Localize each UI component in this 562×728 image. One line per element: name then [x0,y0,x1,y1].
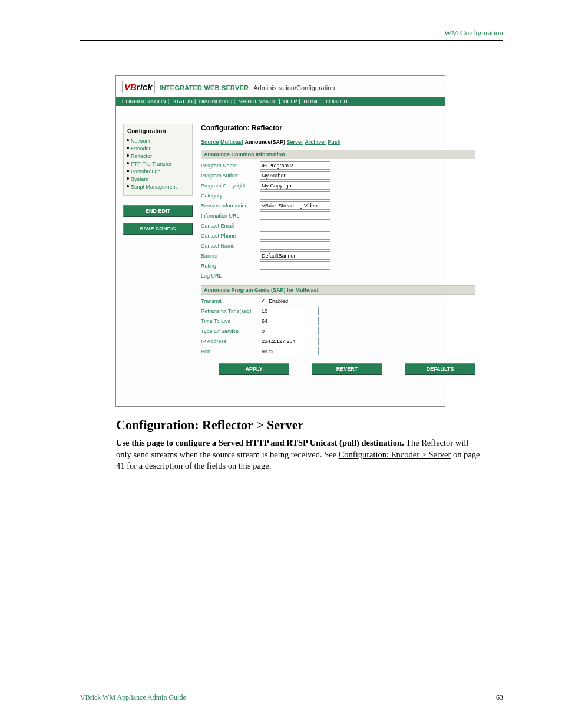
screenshot-header: VBrick INTEGRATED WEB SERVER Administrat… [116,76,445,97]
para-link[interactable]: Configuration: Encoder > Server [339,450,451,459]
integrated-web-server-label: INTEGRATED WEB SERVER [160,84,249,91]
sidebar-item-system[interactable]: System [127,175,189,183]
nav-status[interactable]: STATUS [173,98,193,104]
header-rule [80,40,503,41]
sidebar-item-encoder[interactable]: Encoder [127,144,189,152]
input-ip-address[interactable] [260,337,319,345]
sidebar-item-network[interactable]: Network [127,137,189,144]
main-title: Configuration: Reflector [201,124,475,132]
label-ttl: Time To Live [201,318,260,324]
label-session-info: Session Information [201,203,260,209]
input-info-url[interactable] [260,211,330,220]
apply-button[interactable]: APPLY [219,363,289,375]
input-tos[interactable] [260,327,319,335]
vbrick-logo: VBrick [122,81,155,93]
label-retransmit-time: Retransmit Time(sec) [201,308,260,314]
section-announce-program-guide: Announce Program Guide (SAP) for Multica… [201,285,475,295]
input-category[interactable] [260,191,330,200]
label-log-url: Log URL [201,273,260,279]
label-program-author: Program Author [201,173,260,179]
tab-archiver[interactable]: Archiver [305,139,326,145]
footer-left: VBrick WM Appliance Admin Guide [80,693,186,702]
nav-diagnostic[interactable]: DIAGNOSTIC [199,98,232,104]
label-category: Category [201,193,260,199]
tab-multicast[interactable]: Multicast [220,139,243,145]
label-transmit: Transmit [201,298,260,304]
tab-announce-sap[interactable]: Announce(SAP) [245,139,286,145]
section-heading: Configuration: Reflector > Server [116,417,303,433]
revert-button[interactable]: REVERT [312,363,382,375]
tab-server[interactable]: Server [287,139,303,145]
nav-help[interactable]: HELP [283,98,297,104]
admin-config-label: Administration/Configuration [253,84,335,91]
label-contact-name: Contact Name [201,243,260,249]
main-panel: Configuration: Reflector Source Multicas… [201,124,475,375]
label-enabled: Enabled [269,298,288,304]
section-announce-common: Announce Common Information [201,150,475,159]
sidebar-item-reflector[interactable]: Reflector [127,152,189,160]
label-tos: Type Of Service [201,328,260,334]
sidebar-item-passthrough[interactable]: Passthrough [127,167,189,175]
body-paragraph: Use this page to configure a Served HTTP… [116,437,481,472]
input-rating[interactable] [260,261,330,270]
save-config-button[interactable]: SAVE CONFIG [123,223,193,235]
label-program-name: Program Name [201,163,260,169]
input-contact-name[interactable] [260,241,330,250]
nav-logout[interactable]: LOGOUT [326,98,348,104]
checkbox-transmit-enabled[interactable]: ✓ [260,298,266,304]
nav-home[interactable]: HOME [303,98,319,104]
input-program-author[interactable] [260,171,330,180]
label-rating: Rating [201,263,260,269]
label-banner: Banner [201,253,260,259]
defaults-button[interactable]: DEFAULTS [405,363,475,375]
embedded-screenshot: VBrick INTEGRATED WEB SERVER Administrat… [115,75,445,407]
sidebar-panel: Configuration Network Encoder Reflector … [123,124,193,196]
input-ttl[interactable] [260,317,319,325]
sidebar-item-script[interactable]: Script Management [127,183,189,190]
label-info-url: Information URL [201,213,260,219]
input-contact-phone[interactable] [260,231,330,240]
input-port[interactable] [260,347,319,355]
end-edit-button[interactable]: END EDIT [123,205,193,217]
sidebar: Configuration Network Encoder Reflector … [123,124,193,375]
page-header-right: WM Configuration [444,28,503,38]
label-contact-email: Contact Email [201,223,260,229]
label-port: Port [201,348,260,354]
tab-source[interactable]: Source [201,139,219,145]
label-contact-phone: Contact Phone [201,233,260,239]
top-nav: CONFIGURATION| STATUS| DIAGNOSTIC| MAINT… [116,97,445,106]
sub-nav: Source Multicast Announce(SAP) Server Ar… [201,139,475,145]
para-bold: Use this page to configure a Served HTTP… [116,438,404,447]
sidebar-title: Configuration [127,127,189,137]
nav-maintenance[interactable]: MAINTENANCE [239,98,277,104]
footer-page-number: 63 [496,693,503,702]
input-banner[interactable] [260,251,330,260]
input-retransmit-time[interactable] [260,307,319,315]
label-program-copyright: Program Copyright [201,183,260,189]
input-session-info[interactable] [260,201,330,210]
tab-push[interactable]: Push [328,139,340,145]
sidebar-item-ftp[interactable]: FTP File Transfer [127,160,189,167]
nav-configuration[interactable]: CONFIGURATION [122,98,166,104]
input-program-name[interactable] [260,161,330,170]
input-program-copyright[interactable] [260,181,330,190]
label-ip-address: IP Address [201,338,260,344]
